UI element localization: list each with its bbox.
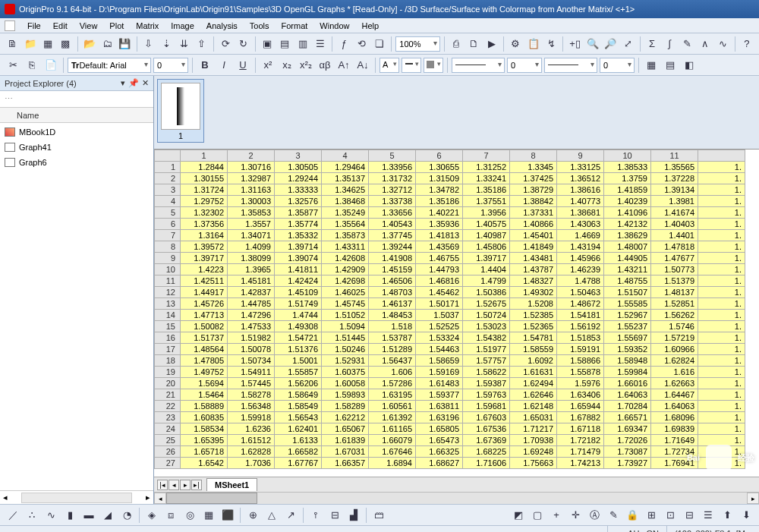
matrix-cell[interactable]: 1.54382 xyxy=(463,332,510,344)
column-header[interactable]: 5 xyxy=(369,150,416,162)
matrix-cell[interactable]: 1.35774 xyxy=(275,219,322,230)
matrix-cell[interactable]: 1.45745 xyxy=(322,298,369,310)
matrix-cell[interactable]: 1.59191 xyxy=(557,344,604,355)
matrix-cell[interactable]: 1.57286 xyxy=(369,378,416,389)
row-header[interactable]: 13 xyxy=(155,298,181,310)
matrix-cell[interactable]: 1.70938 xyxy=(510,435,557,446)
matrix-cell[interactable]: 1.62646 xyxy=(510,389,557,401)
matrix-cell[interactable]: 1.62148 xyxy=(510,401,557,412)
pin-icon[interactable]: 📌 xyxy=(128,78,139,88)
matrix-cell[interactable]: 1.39717 xyxy=(463,253,510,264)
matrix-cell[interactable]: 1.50463 xyxy=(557,287,604,298)
matrix-cell[interactable]: 1.49308 xyxy=(275,321,322,332)
scatter-plot-button[interactable]: ∴ xyxy=(24,507,40,524)
3d-bars-button[interactable]: ⬛ xyxy=(219,507,236,524)
refresh-button[interactable]: ⟲ xyxy=(354,36,370,52)
matrix-cell[interactable]: 1.31163 xyxy=(228,184,275,196)
matrix-cell[interactable]: 1.67767 xyxy=(275,458,322,469)
matrix-cell[interactable]: 1.66016 xyxy=(604,378,651,389)
matrix-cell[interactable]: 1.45806 xyxy=(463,241,510,253)
matrix-cell[interactable]: 1.38468 xyxy=(322,196,369,207)
matrix-cell[interactable]: 1.65718 xyxy=(181,446,228,458)
matrix-cell[interactable]: 1.35873 xyxy=(322,230,369,241)
image-plot-button[interactable]: ▦ xyxy=(200,507,217,524)
template-library-button[interactable]: 🗃 xyxy=(370,507,387,524)
matrix-cell[interactable]: 1.72182 xyxy=(557,435,604,446)
matrix-cell[interactable]: 1.46506 xyxy=(369,275,416,287)
matrix-cell[interactable]: 1.6133 xyxy=(275,435,322,446)
matrix-cell[interactable]: 1.56192 xyxy=(557,321,604,332)
menu-format[interactable]: Format xyxy=(276,20,314,32)
matrix-cell[interactable]: 1.68627 xyxy=(416,458,463,469)
menu-image[interactable]: Image xyxy=(165,20,200,32)
matrix-cell[interactable]: 1.64063 xyxy=(651,401,698,412)
matrix-cell[interactable]: 1.46755 xyxy=(416,253,463,264)
column-header[interactable] xyxy=(698,150,745,162)
matrix-cell[interactable]: 1. xyxy=(698,184,745,196)
matrix-cell[interactable]: 1.38616 xyxy=(557,184,604,196)
matrix-cell[interactable]: 1.47296 xyxy=(228,310,275,321)
matrix-cell[interactable]: 1.35565 xyxy=(651,162,698,173)
matrix-cell[interactable]: 1. xyxy=(698,196,745,207)
row-header[interactable]: 9 xyxy=(155,253,181,264)
matrix-cell[interactable]: 1.50773 xyxy=(651,264,698,275)
matrix-cell[interactable]: 1.60835 xyxy=(181,412,228,423)
menu-view[interactable]: View xyxy=(74,20,104,32)
matrix-cell[interactable]: 1.66582 xyxy=(275,446,322,458)
matrix-cell[interactable]: 1.38681 xyxy=(557,207,604,219)
matrix-cell[interactable]: 1.43481 xyxy=(510,253,557,264)
column-header[interactable]: 2 xyxy=(228,150,275,162)
matrix-cell[interactable]: 1.72026 xyxy=(604,435,651,446)
statistics-button[interactable]: Σ xyxy=(644,36,660,52)
matrix-cell[interactable]: 1.37745 xyxy=(369,230,416,241)
print-preview-button[interactable]: 🗋 xyxy=(466,36,481,52)
matrix-cell[interactable]: 1.51289 xyxy=(369,344,416,355)
matrix-cell[interactable]: 1.5464 xyxy=(181,389,228,401)
matrix-cell[interactable]: 1.3557 xyxy=(228,219,275,230)
matrix-cell[interactable]: 1. xyxy=(698,230,745,241)
matrix-cell[interactable]: 1.54463 xyxy=(416,344,463,355)
save-button[interactable]: 💾 xyxy=(117,36,132,52)
matrix-cell[interactable]: 1.42909 xyxy=(322,264,369,275)
matrix-cell[interactable]: 1.73087 xyxy=(604,446,651,458)
import-multi-button[interactable]: ⇊ xyxy=(176,36,191,52)
matrix-cell[interactable]: 1. xyxy=(698,253,745,264)
matrix-cell[interactable]: 1.58278 xyxy=(228,389,275,401)
matrix-cell[interactable]: 1.66357 xyxy=(322,458,369,469)
matrix-cell[interactable]: 1.30716 xyxy=(228,162,275,173)
matrix-cell[interactable]: 1.65473 xyxy=(416,435,463,446)
matrix-cell[interactable]: 1.4669 xyxy=(557,230,604,241)
matrix-cell[interactable]: 1.34071 xyxy=(228,230,275,241)
matrix-cell[interactable]: 1.73927 xyxy=(604,458,651,469)
increase-font-button[interactable]: A↑ xyxy=(335,57,352,74)
matrix-cell[interactable]: 1.43211 xyxy=(604,264,651,275)
new-notes-button[interactable]: ☰ xyxy=(313,36,328,52)
matrix-cell[interactable]: 1. xyxy=(698,423,745,435)
matrix-cell[interactable]: 1.37551 xyxy=(463,196,510,207)
subscript-button[interactable]: x₂ xyxy=(279,57,295,74)
matrix-cell[interactable]: 1.45159 xyxy=(369,264,416,275)
matrix-cell[interactable]: 1.57757 xyxy=(463,355,510,367)
matrix-cell[interactable]: 1.6092 xyxy=(510,355,557,367)
new-layout-button[interactable]: ▤ xyxy=(277,36,292,52)
matrix-cell[interactable]: 1.5694 xyxy=(181,378,228,389)
matrix-cell[interactable]: 1.62494 xyxy=(510,378,557,389)
matrix-cell[interactable]: 1.5001 xyxy=(275,355,322,367)
matrix-cell[interactable]: 1. xyxy=(698,264,745,275)
matrix-cell[interactable]: 1.3759 xyxy=(604,173,651,184)
matrix-cell[interactable]: 1.59984 xyxy=(604,367,651,378)
row-header[interactable]: 23 xyxy=(155,412,181,423)
matrix-cell[interactable]: 1. xyxy=(698,241,745,253)
recalculate-button[interactable]: ↻ xyxy=(235,36,250,52)
menu-tools[interactable]: Tools xyxy=(244,20,276,32)
row-header[interactable]: 20 xyxy=(155,378,181,389)
column-header[interactable]: 10 xyxy=(604,150,651,162)
line-symbol-button[interactable]: ∿ xyxy=(43,507,59,524)
matrix-cell[interactable]: 1.38099 xyxy=(228,253,275,264)
matrix-cell[interactable]: 1.48137 xyxy=(651,287,698,298)
matrix-cell[interactable]: 1.4401 xyxy=(651,230,698,241)
matrix-cell[interactable]: 1.30655 xyxy=(416,162,463,173)
matrix-cell[interactable]: 1.41908 xyxy=(369,253,416,264)
matrix-cell[interactable]: 1.35936 xyxy=(416,219,463,230)
matrix-cell[interactable]: 1.39074 xyxy=(275,253,322,264)
